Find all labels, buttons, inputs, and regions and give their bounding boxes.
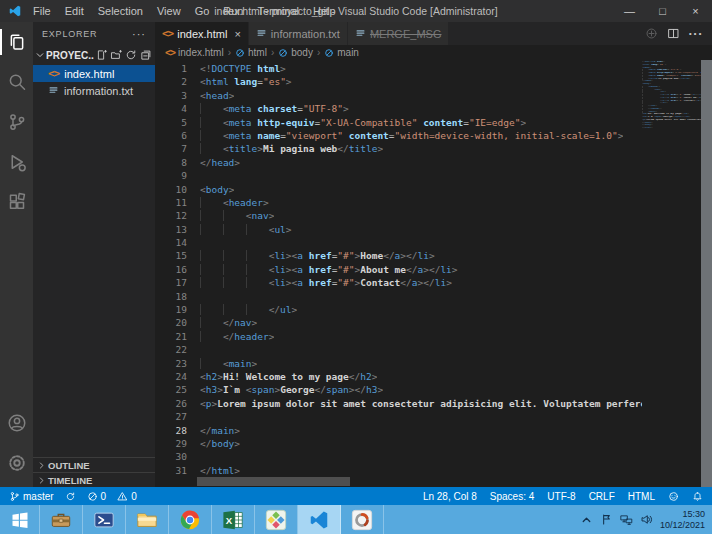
status-crlf[interactable]: CRLF [589, 491, 615, 502]
activity-source-control-icon[interactable] [0, 102, 33, 142]
close-icon[interactable]: × [679, 0, 712, 22]
maximize-icon[interactable]: □ [646, 0, 679, 22]
activity-account-icon[interactable] [0, 403, 33, 443]
code-line[interactable]: 1<!DOCTYPE html> [155, 62, 642, 75]
activity-files-icon[interactable] [0, 22, 33, 62]
chevron-up-icon[interactable] [580, 513, 593, 526]
code-line[interactable]: 25<h3>I`m <span>George</span></h3> [155, 383, 642, 396]
status-sync-icon[interactable] [65, 491, 76, 502]
panel-timeline[interactable]: TIMELINE [33, 472, 155, 487]
code-line[interactable]: 17 <li><a href="#">Contact</a></li> [155, 276, 642, 289]
breadcrumb-item-body[interactable]: body [278, 47, 313, 58]
code-line[interactable]: 15 <li><a href="#">Home</a></li> [155, 249, 642, 262]
status-errors-icon[interactable]: 0 [87, 491, 107, 502]
menu-edit[interactable]: Edit [58, 0, 91, 22]
code-line[interactable]: 18 [155, 290, 642, 303]
breadcrumb-item-index.html[interactable]: <>index.html [165, 47, 224, 58]
code-line[interactable]: 28</main> [155, 424, 642, 437]
volume-icon[interactable] [640, 513, 653, 526]
code-line[interactable]: 20 </nav> [155, 316, 642, 329]
code-line[interactable]: 21 </header> [155, 330, 642, 343]
code-line[interactable]: 12 <nav> [155, 209, 642, 222]
status-git-branch-icon[interactable]: master [9, 491, 54, 502]
code-line[interactable]: 29</body> [155, 437, 642, 450]
split-editor-icon[interactable] [667, 27, 680, 40]
explorer-folder-section[interactable]: PROYEC... [33, 45, 155, 65]
close-icon[interactable]: × [234, 28, 240, 40]
menu-go[interactable]: Go [188, 0, 217, 22]
status-html[interactable]: HTML [628, 491, 655, 502]
network-icon[interactable] [620, 513, 633, 526]
taskbar-file-explorer-icon[interactable] [126, 505, 169, 534]
taskbar-server-manager-icon[interactable] [40, 505, 83, 534]
line-number: 6 [155, 129, 187, 142]
code-line[interactable]: 7 <title>Mi pagina web</title> [155, 142, 642, 155]
code-line[interactable]: 9 [155, 169, 642, 182]
status-warnings-icon[interactable]: 0 [117, 491, 137, 502]
status-spaces-4[interactable]: Spaces: 4 [490, 491, 534, 502]
code-line[interactable]: 4 <meta charset="UTF-8"> [155, 102, 642, 115]
taskbar-start-icon[interactable] [0, 505, 40, 534]
file-item-information.txt[interactable]: information.txt [33, 82, 155, 99]
code-line[interactable]: 24<h2>Hi! Welcome to my page</h2> [155, 370, 642, 383]
taskbar-powershell-icon[interactable] [83, 505, 126, 534]
line-number: 13 [155, 223, 187, 236]
breadcrumb-item-html[interactable]: html [235, 47, 267, 58]
taskbar-excel-icon[interactable]: X [212, 505, 255, 534]
status-utf-8[interactable]: UTF-8 [547, 491, 575, 502]
code-line[interactable]: 6 <meta name="viewport" content="width=d… [155, 129, 642, 142]
activity-extensions-icon[interactable] [0, 182, 33, 222]
taskbar-clock[interactable]: 15:30 10/12/2021 [660, 509, 705, 530]
taskbar-diamond-grid-icon[interactable] [255, 505, 298, 534]
flag-icon[interactable] [600, 513, 613, 526]
code-line[interactable]: 16 <li><a href="#">About me</a></li> [155, 263, 642, 276]
code-line[interactable]: 3<head> [155, 89, 642, 102]
code-line[interactable]: 13 <ul> [155, 223, 642, 236]
taskbar-chrome-icon[interactable] [169, 505, 212, 534]
taskbar-swirl-ring-icon[interactable] [341, 505, 384, 534]
activity-run-debug-icon[interactable] [0, 142, 33, 182]
code-line[interactable]: 5 <meta http-equiv="X-UA-Compatible" con… [155, 116, 642, 129]
status-feedback-icon[interactable] [668, 491, 679, 502]
explorer-more-actions-icon[interactable]: ··· [132, 28, 146, 40]
code-line[interactable]: 23 <main> [155, 357, 642, 370]
folder-name: PROYEC... [46, 50, 94, 61]
code-line[interactable]: 8</head> [155, 156, 642, 169]
code-line[interactable]: 14 [155, 236, 642, 249]
collapse-all-icon[interactable] [140, 49, 152, 61]
file-item-index.html[interactable]: <>index.html [33, 65, 155, 82]
tab-index.html[interactable]: <>index.html× [155, 22, 249, 45]
new-folder-icon[interactable] [110, 49, 122, 61]
panel-outline[interactable]: OUTLINE [33, 457, 155, 472]
code-line[interactable]: 27 [155, 410, 642, 423]
menu-view[interactable]: View [150, 0, 188, 22]
code-line[interactable]: 31</html> [155, 464, 642, 477]
code-line[interactable]: 2<html lang="es"> [155, 75, 642, 88]
activity-search-icon[interactable] [0, 62, 33, 102]
code-line[interactable]: 10<body> [155, 183, 642, 196]
more-actions-icon[interactable]: ··· [689, 27, 704, 40]
taskbar-vscode-icon[interactable] [298, 505, 341, 534]
menu-selection[interactable]: Selection [91, 0, 150, 22]
code-line[interactable]: 30 [155, 450, 642, 463]
status-ln-28-col-8[interactable]: Ln 28, Col 8 [423, 491, 477, 502]
status-bell-icon[interactable] [692, 491, 703, 502]
status-bar: master00 Ln 28, Col 8Spaces: 4UTF-8CRLFH… [0, 487, 712, 505]
menu-file[interactable]: File [26, 0, 58, 22]
code-line[interactable]: 22 [155, 343, 642, 356]
new-file-icon[interactable] [95, 49, 107, 61]
minimap[interactable]: <!DOCTYPE html><html lang="es"><head> <m… [642, 61, 701, 321]
code-line[interactable]: 26<p>Lorem ipsum dolor sit amet consecte… [155, 397, 642, 410]
refresh-icon[interactable] [125, 49, 137, 61]
code-line[interactable]: 19 </ul> [155, 303, 642, 316]
tab-MERGE_MSG[interactable]: MERGE_MSG [348, 22, 450, 45]
vertical-scrollbar[interactable] [701, 60, 712, 487]
horizontal-scrollbar[interactable] [197, 477, 350, 486]
tab-information.txt[interactable]: information.txt [249, 22, 348, 45]
activity-settings-icon[interactable] [0, 443, 33, 483]
code-editor[interactable]: 1<!DOCTYPE html>2<html lang="es">3<head>… [155, 60, 712, 487]
open-changes-icon[interactable] [645, 27, 658, 40]
code-line[interactable]: 11 <header> [155, 196, 642, 209]
minimize-icon[interactable]: — [613, 0, 646, 22]
breadcrumb-item-main[interactable]: main [324, 47, 359, 58]
